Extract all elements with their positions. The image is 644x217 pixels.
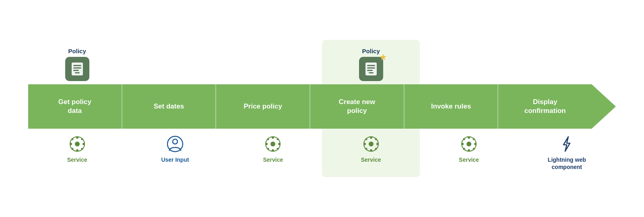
- user-input-icon: [165, 134, 185, 154]
- svg-rect-6: [367, 65, 375, 66]
- svg-point-47: [474, 143, 477, 145]
- bottom-cell-service-1: Service: [28, 129, 126, 177]
- svg-rect-1: [73, 65, 81, 66]
- svg-point-19: [71, 148, 73, 150]
- policy-label-2: Policy: [362, 48, 380, 54]
- diagram-container: Policy Policy: [16, 32, 628, 185]
- svg-rect-9: [369, 72, 374, 73]
- svg-point-43: [466, 142, 471, 146]
- svg-point-44: [468, 136, 470, 139]
- top-icon-get-policy: Policy: [28, 40, 126, 84]
- svg-rect-2: [73, 67, 81, 69]
- service-icon-4: [459, 134, 479, 154]
- bottom-icons-row: Service User Input: [28, 129, 616, 177]
- svg-point-45: [468, 149, 470, 152]
- svg-point-46: [461, 143, 464, 145]
- segment-label-price-policy: Price policy: [244, 102, 282, 111]
- svg-point-16: [71, 138, 73, 140]
- segment-label-set-dates: Set dates: [154, 102, 184, 111]
- svg-point-21: [173, 139, 178, 144]
- svg-point-37: [376, 143, 379, 145]
- svg-point-40: [375, 138, 377, 140]
- segment-get-policy: Get policydata: [28, 84, 122, 129]
- bottom-cell-user-input: User Input: [126, 129, 224, 177]
- svg-point-35: [370, 149, 372, 152]
- svg-point-51: [463, 148, 465, 150]
- svg-point-11: [75, 142, 80, 146]
- arrow-band-wrapper: Get policydata Set dates Price policy Cr…: [28, 84, 616, 129]
- policy-icon-1: [65, 57, 89, 81]
- service-label-3: Service: [361, 156, 381, 163]
- svg-rect-3: [73, 70, 79, 71]
- svg-rect-5: [365, 63, 377, 75]
- arrow-band: Get policydata Set dates Price policy Cr…: [28, 84, 592, 129]
- lightning-icon: [557, 134, 576, 154]
- service-icon-1: [68, 134, 87, 154]
- svg-point-30: [277, 138, 279, 140]
- svg-rect-8: [367, 70, 373, 71]
- top-icon-create-policy: Policy ★: [322, 40, 420, 84]
- segment-create-policy: Create newpolicy: [310, 84, 405, 129]
- segment-display-confirm: Displayconfirmation: [498, 84, 592, 129]
- segment-label-display-confirm: Displayconfirmation: [524, 98, 566, 115]
- service-icon-3: [361, 134, 381, 154]
- svg-point-29: [277, 148, 279, 150]
- policy-icon-2: ★: [359, 57, 383, 81]
- svg-point-17: [81, 148, 83, 150]
- arrow-tip: [592, 84, 616, 129]
- bottom-cell-service-2: Service: [224, 129, 322, 177]
- svg-point-24: [272, 136, 274, 139]
- policy-label-1: Policy: [68, 48, 86, 54]
- svg-rect-4: [75, 72, 80, 73]
- segment-invoke-rules: Invoke rules: [405, 84, 499, 129]
- svg-rect-7: [367, 67, 375, 69]
- segment-set-dates: Set dates: [122, 84, 217, 129]
- top-icons-row: Policy Policy: [28, 40, 616, 84]
- svg-point-25: [272, 149, 274, 152]
- top-icon-set-dates: [126, 40, 224, 84]
- user-input-label: User Input: [161, 156, 189, 163]
- top-icon-invoke-rules: [420, 40, 518, 84]
- svg-marker-52: [564, 137, 570, 151]
- bottom-cell-lightning: Lightning webcomponent: [518, 129, 616, 177]
- service-label-1: Service: [67, 156, 87, 163]
- svg-point-18: [81, 138, 83, 140]
- svg-point-12: [76, 136, 78, 139]
- svg-point-27: [278, 143, 281, 145]
- svg-point-33: [369, 142, 374, 146]
- svg-point-48: [463, 138, 465, 140]
- svg-point-39: [375, 148, 377, 150]
- segment-label-invoke-rules: Invoke rules: [431, 102, 471, 111]
- top-icon-display-confirm: [518, 40, 616, 84]
- star-badge: ★: [379, 53, 387, 62]
- bottom-cell-service-3: Service: [322, 129, 420, 177]
- segment-label-create-policy: Create newpolicy: [339, 98, 376, 115]
- svg-rect-0: [72, 63, 83, 75]
- service-icon-2: [263, 134, 283, 154]
- lightning-label: Lightning webcomponent: [548, 156, 586, 171]
- svg-point-23: [270, 142, 275, 146]
- svg-point-31: [267, 148, 269, 150]
- segment-price-policy: Price policy: [216, 84, 310, 129]
- svg-point-15: [83, 143, 85, 145]
- svg-point-26: [265, 143, 268, 145]
- svg-point-38: [365, 138, 367, 140]
- svg-point-13: [76, 149, 78, 152]
- service-label-4: Service: [459, 156, 479, 163]
- top-icon-price-policy: [224, 40, 322, 84]
- segment-label-get-policy: Get policydata: [58, 98, 91, 115]
- svg-point-34: [370, 136, 372, 139]
- service-label-2: Service: [263, 156, 283, 163]
- svg-point-28: [267, 138, 269, 140]
- svg-point-41: [365, 148, 367, 150]
- svg-point-50: [473, 138, 475, 140]
- svg-point-36: [363, 143, 366, 145]
- svg-point-14: [70, 143, 72, 145]
- bottom-cell-service-4: Service: [420, 129, 518, 177]
- svg-point-49: [473, 148, 475, 150]
